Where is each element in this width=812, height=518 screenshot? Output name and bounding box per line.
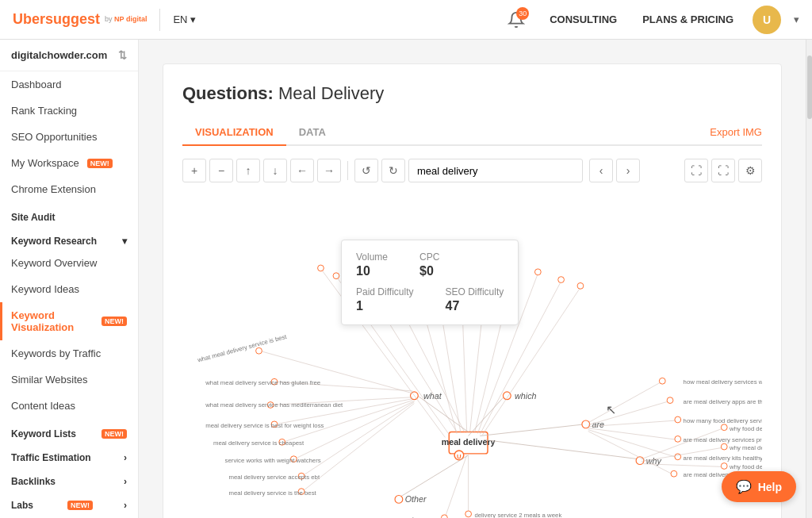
svg-point-64	[558, 277, 565, 283]
search-input[interactable]	[408, 159, 583, 182]
new-badge-lists: NEW!	[102, 429, 127, 439]
paid-difficulty-value: 1	[356, 299, 413, 313]
sidebar-section-labs[interactable]: Labs NEW! ›	[0, 490, 138, 514]
sidebar-section-traffic-estimation[interactable]: Traffic Estimation ›	[0, 443, 138, 466]
svg-point-70	[667, 397, 673, 404]
svg-point-78	[671, 470, 677, 477]
svg-line-37	[302, 402, 414, 477]
move-down-button[interactable]: ↓	[263, 159, 287, 182]
svg-line-40	[302, 404, 414, 492]
sidebar-item-dashboard[interactable]: Dashboard	[0, 71, 138, 98]
svg-text:U: U	[457, 453, 462, 460]
svg-point-8	[503, 392, 511, 400]
svg-point-11	[582, 420, 590, 428]
plans-link[interactable]: PLANS & PRICING	[636, 10, 740, 29]
sidebar: digitalchowder.com ⇅ Dashboard Rank Trac…	[0, 40, 139, 518]
sidebar-item-chrome-extension[interactable]: Chrome Extension	[0, 176, 138, 202]
new-badge-labs: NEW!	[67, 501, 93, 510]
paid-difficulty-label: Paid Difficulty	[356, 286, 413, 297]
sidebar-item-seo-opportunities[interactable]: SEO Opportunities	[0, 124, 138, 150]
svg-text:why food delivery: why food delivery	[729, 425, 762, 432]
seo-difficulty-value: 47	[445, 299, 504, 313]
move-up-button[interactable]: ↑	[236, 159, 260, 182]
paid-difficulty-info: Paid Difficulty 1	[356, 286, 413, 313]
svg-text:what meal delivery service has: what meal delivery service has mediterra…	[205, 401, 343, 409]
export-img-link[interactable]: Export IMG	[710, 126, 762, 138]
svg-point-76	[675, 454, 681, 460]
svg-text:are meal delivery apps are the: are meal delivery apps are there	[684, 398, 762, 405]
avatar-dropdown-icon[interactable]: ▾	[794, 13, 799, 25]
right-scrollbar[interactable]	[806, 40, 812, 518]
next-button[interactable]: ›	[616, 159, 640, 182]
svg-line-19	[259, 351, 412, 393]
svg-text:Other: Other	[405, 494, 427, 504]
move-right-button[interactable]: →	[317, 159, 341, 182]
sidebar-section-backlinks[interactable]: Backlinks ›	[0, 466, 138, 490]
svg-point-84	[721, 463, 727, 470]
svg-text:meal delivery service is the b: meal delivery service is the best	[228, 489, 316, 497]
undo-button[interactable]: ↺	[354, 159, 378, 182]
tab-data[interactable]: DATA	[286, 120, 339, 146]
svg-text:meal delivery service is best : meal delivery service is best for weight…	[205, 422, 324, 429]
svg-text:what meal delivery service has: what meal delivery service has gluten fr…	[205, 379, 320, 386]
svg-text:delivery service 2 meals a wee: delivery service 2 meals a week	[474, 512, 561, 518]
sidebar-section-site-audit[interactable]: Site Audit	[0, 202, 138, 226]
sidebar-item-similar-websites[interactable]: Similar Websites	[0, 366, 138, 393]
redo-button[interactable]: ↻	[381, 159, 405, 182]
collapse-button[interactable]: ⛶	[684, 159, 708, 182]
tooltip-bottom-row: Paid Difficulty 1 SEO Difficulty 47	[356, 286, 504, 313]
svg-text:how meal delivery services wor: how meal delivery services worth it	[684, 378, 762, 386]
page-card: Questions: Meal Delivery VISUALIZATION D…	[163, 63, 782, 518]
main-layout: digitalchowder.com ⇅ Dashboard Rank Trac…	[0, 40, 812, 518]
svg-text:meal delivery service is cheap: meal delivery service is cheapest	[213, 439, 304, 447]
content-area: Questions: Meal Delivery VISUALIZATION D…	[139, 40, 806, 518]
cpc-info: CPC $0	[419, 251, 439, 278]
scrollbar-thumb[interactable]	[807, 56, 812, 119]
right-buttons: ⛶ ⛶ ⚙	[684, 159, 762, 182]
settings-button[interactable]: ⚙	[738, 159, 762, 182]
svg-text:meal delivery service accepts : meal delivery service accepts ebt	[228, 474, 320, 481]
help-icon: 💬	[736, 479, 752, 494]
page-title: Questions: Meal Delivery	[182, 83, 762, 104]
consulting-link[interactable]: CONSULTING	[543, 10, 623, 29]
svg-point-62	[534, 269, 541, 275]
tooltip-top-row: Volume 10 CPC $0	[356, 251, 504, 278]
toolbar-divider-1	[347, 161, 348, 180]
sidebar-section-keyword-research[interactable]: Keyword Research ▾	[0, 226, 138, 250]
notif-badge: 30	[516, 7, 529, 20]
svg-line-7	[469, 393, 508, 436]
help-button[interactable]: 💬 Help	[722, 471, 796, 502]
svg-line-69	[588, 401, 669, 425]
sidebar-item-rank-tracking[interactable]: Rank Tracking	[0, 98, 138, 124]
cpc-value: $0	[419, 264, 439, 278]
sidebar-domain[interactable]: digitalchowder.com ⇅	[0, 40, 138, 71]
sidebar-item-keyword-visualization[interactable]: Keyword Visualization NEW!	[0, 302, 138, 340]
logo: Ubersuggest by NP digital	[13, 11, 147, 28]
move-left-button[interactable]: ←	[290, 159, 314, 182]
zoom-out-button[interactable]: −	[209, 159, 233, 182]
seo-difficulty-label: SEO Difficulty	[445, 286, 504, 297]
svg-text:which: which	[515, 391, 536, 401]
notifications-button[interactable]: 30	[502, 6, 530, 34]
prev-button[interactable]: ‹	[589, 159, 613, 182]
svg-point-82	[721, 443, 727, 450]
avatar-button[interactable]: U	[753, 6, 781, 34]
sidebar-item-keywords-by-traffic[interactable]: Keywords by Traffic	[0, 340, 138, 366]
svg-text:↖: ↖	[606, 403, 616, 416]
tab-visualization[interactable]: VISUALIZATION	[182, 120, 286, 146]
svg-line-67	[588, 382, 662, 423]
sidebar-item-keyword-ideas[interactable]: Keyword Ideas	[0, 276, 138, 302]
sidebar-section-keyword-lists[interactable]: Keyword Lists NEW!	[0, 419, 138, 443]
viz-tooltip: Volume 10 CPC $0 Paid Difficulty 1	[341, 240, 519, 325]
nav-divider	[159, 9, 160, 31]
svg-text:are meal delivery services pro: are meal delivery services profitable	[684, 436, 762, 443]
sidebar-item-keyword-overview[interactable]: Keyword Overview	[0, 250, 138, 276]
svg-point-98	[442, 515, 448, 518]
new-badge: NEW!	[87, 159, 113, 168]
sidebar-item-my-workspace[interactable]: My Workspace NEW!	[0, 150, 138, 176]
expand-button[interactable]: ⛶	[711, 159, 735, 182]
zoom-in-button[interactable]: +	[182, 159, 206, 182]
sidebar-item-content-ideas[interactable]: Content Ideas	[0, 393, 138, 419]
svg-text:what: what	[423, 391, 442, 401]
language-selector[interactable]: EN ▾	[173, 13, 196, 25]
